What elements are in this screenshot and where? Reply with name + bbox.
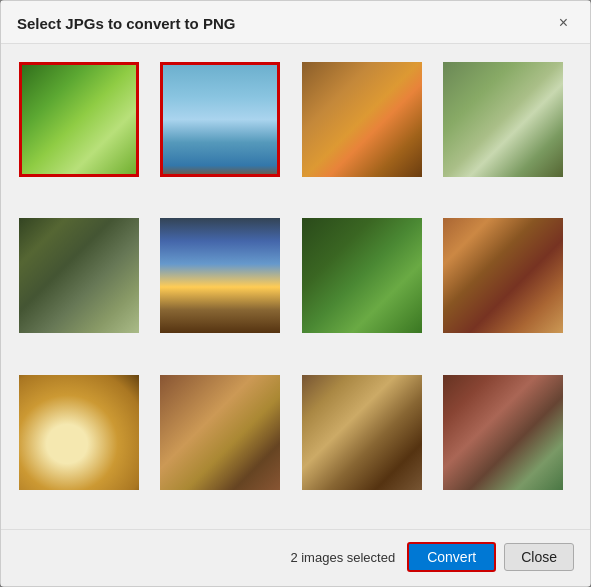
image-cell-5[interactable] <box>19 218 139 333</box>
convert-button[interactable]: Convert <box>407 542 496 572</box>
image-cell-8[interactable] <box>443 218 563 333</box>
dialog-window: Select JPGs to convert to PNG × 2 images… <box>0 0 591 587</box>
image-cell-6[interactable] <box>160 218 280 333</box>
image-cell-3[interactable] <box>302 62 422 177</box>
dialog-header: Select JPGs to convert to PNG × <box>1 1 590 44</box>
dialog-footer: 2 images selected Convert Close <box>1 529 590 586</box>
dialog-title: Select JPGs to convert to PNG <box>17 15 235 32</box>
image-cell-4[interactable] <box>443 62 563 177</box>
image-cell-12[interactable] <box>443 375 563 490</box>
close-x-button[interactable]: × <box>553 13 574 33</box>
image-grid <box>19 62 572 519</box>
image-cell-11[interactable] <box>302 375 422 490</box>
selected-count-label: 2 images selected <box>290 550 395 565</box>
close-button[interactable]: Close <box>504 543 574 571</box>
image-cell-7[interactable] <box>302 218 422 333</box>
image-cell-1[interactable] <box>19 62 139 177</box>
image-cell-2[interactable] <box>160 62 280 177</box>
image-cell-9[interactable] <box>19 375 139 490</box>
dialog-body <box>1 44 590 529</box>
image-cell-10[interactable] <box>160 375 280 490</box>
